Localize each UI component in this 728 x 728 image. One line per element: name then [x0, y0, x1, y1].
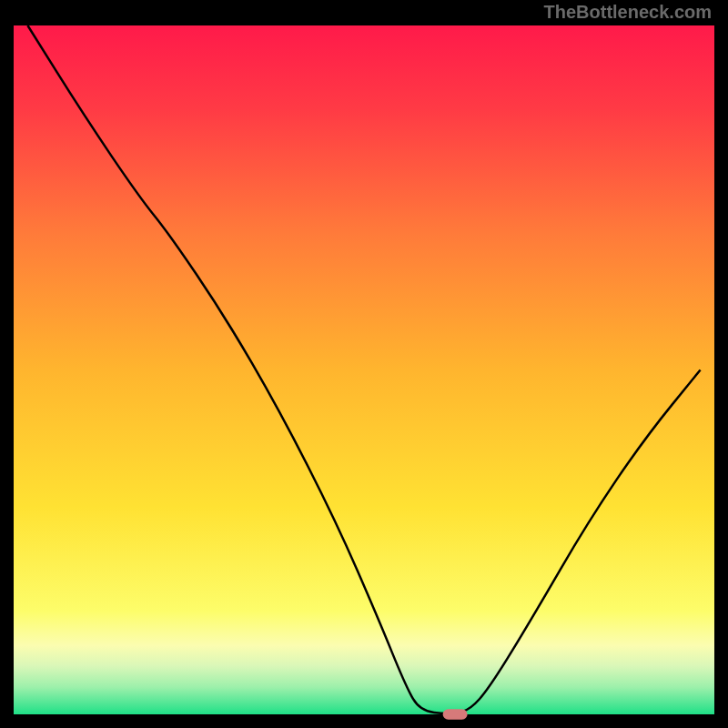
watermark-text: TheBottleneck.com	[544, 2, 712, 23]
bottleneck-chart	[0, 0, 728, 728]
plot-background	[14, 25, 714, 714]
chart-container: TheBottleneck.com	[0, 0, 728, 728]
optimal-marker	[443, 709, 468, 719]
